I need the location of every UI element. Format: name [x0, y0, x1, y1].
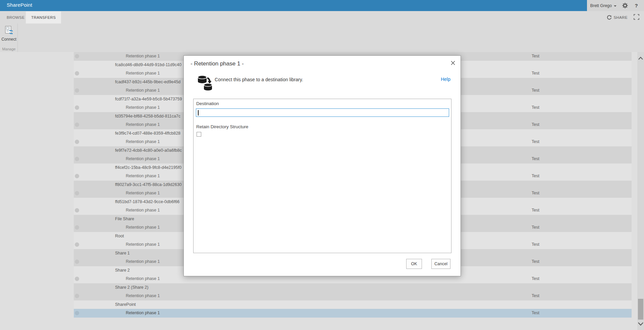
ribbon-content: Connect Manage	[0, 23, 644, 52]
database-transfer-icon	[197, 75, 213, 93]
row-label: SharePoint	[74, 302, 136, 307]
list-row-phase[interactable]: Retention phase 1Test	[74, 309, 632, 318]
retention-phase-dialog: - Retention phase 1 - Connect this phase…	[183, 55, 461, 276]
list-row-phase[interactable]: Retention phase 1Test	[74, 292, 632, 300]
list-row-source[interactable]: SharePoint	[74, 300, 632, 309]
retain-directory-checkbox[interactable]	[197, 132, 201, 137]
row-label: Retention phase 1	[74, 225, 160, 230]
row-label: Share 2	[74, 268, 130, 273]
destination-input-wrap	[196, 108, 449, 117]
row-label: fcadf437-b92c-445b-9bec-ed9e45d	[74, 80, 180, 84]
row-destination-value: Test	[532, 257, 539, 266]
dialog-message: Connect this phase to a destination libr…	[215, 77, 303, 82]
row-label: Retention phase 1	[74, 259, 160, 264]
row-destination-value: Test	[532, 223, 539, 232]
row-destination-value: Test	[532, 69, 539, 78]
phase-bullet-icon	[75, 174, 79, 178]
phase-bullet-icon	[75, 54, 79, 58]
row-destination-value: Test	[532, 275, 539, 283]
destination-panel: Destination Retain Directory Structure	[193, 99, 451, 253]
row-label: fe3f9c74-cd07-488e-8359-4ffcb828	[74, 131, 180, 136]
phase-bullet-icon	[75, 140, 79, 144]
row-label: ffd51bd7-1878-43d2-9cce-0db6f66	[74, 199, 179, 204]
share-sync-icon	[607, 15, 612, 20]
user-name: Brett Grego	[590, 3, 612, 8]
row-label: ff8027a9-3cc1-47f5-88ca-1d9d2630	[74, 182, 182, 187]
close-icon[interactable]	[449, 59, 457, 66]
phase-bullet-icon	[75, 105, 79, 110]
phase-bullet-icon	[75, 311, 79, 315]
row-label: Retention phase 1	[74, 208, 160, 213]
row-label: Retention phase 1	[74, 122, 160, 127]
phase-bullet-icon	[75, 191, 79, 195]
cancel-button[interactable]: Cancel	[431, 259, 450, 269]
tab-transfers[interactable]: TRANSFERS	[26, 11, 61, 23]
help-icon[interactable]: ?	[633, 3, 639, 9]
row-label: fe9f7e72-4cb8-4c80-a0e0-a0a6fb8c	[74, 148, 182, 153]
row-label: Retention phase 1	[74, 105, 160, 110]
phase-bullet-icon	[75, 123, 79, 127]
row-label: Retention phase 1	[74, 54, 160, 58]
phase-bullet-icon	[75, 71, 79, 76]
manage-group: Connect Manage	[0, 23, 18, 52]
connect-button[interactable]: Connect	[0, 26, 18, 45]
ribbon-tab-row: BROWSE TRANSFERS SHARE	[0, 11, 644, 23]
scroll-up-icon[interactable]	[637, 54, 644, 62]
vertical-scrollbar[interactable]	[637, 52, 644, 330]
scroll-down-icon[interactable]	[637, 320, 644, 328]
help-link[interactable]: Help	[441, 77, 450, 82]
phase-bullet-icon	[75, 225, 79, 230]
list-row-source[interactable]: Share 2 (Share 2)	[74, 283, 632, 292]
scrollbar-thumb[interactable]	[638, 299, 643, 320]
phase-bullet-icon	[75, 260, 79, 264]
row-label: Retention phase 1	[74, 293, 160, 298]
destination-label: Destination	[196, 101, 219, 106]
phase-bullet-icon	[75, 88, 79, 93]
ribbon: BROWSE TRANSFERS SHARE	[0, 11, 644, 52]
row-destination-value: Test	[532, 240, 539, 249]
ok-button[interactable]: OK	[406, 259, 422, 269]
focus-mode-icon[interactable]	[634, 14, 639, 21]
row-label: Retention phase 1	[74, 174, 160, 178]
row-destination-value: Test	[532, 155, 539, 163]
destination-input[interactable]	[196, 109, 449, 116]
row-label: ff4cef2c-15ba-48c9-9fc8-d4e2195f0	[74, 165, 181, 170]
phase-bullet-icon	[75, 242, 79, 247]
row-label: Root	[74, 234, 124, 238]
row-destination-value: Test	[532, 103, 539, 112]
dialog-title: - Retention phase 1 -	[191, 60, 244, 67]
retain-directory-label: Retain Directory Structure	[196, 124, 248, 129]
row-label: Retention phase 1	[74, 191, 160, 195]
row-destination-value: Test	[532, 172, 539, 181]
row-destination-value: Test	[532, 52, 539, 61]
phase-bullet-icon	[75, 294, 79, 298]
row-destination-value: Test	[532, 86, 539, 95]
row-destination-value: Test	[532, 206, 539, 215]
text-cursor	[198, 110, 199, 115]
suite-bar: SharePoint Brett Grego ?	[0, 0, 644, 11]
row-label: Share 2 (Share 2)	[74, 285, 148, 290]
phase-bullet-icon	[75, 277, 79, 281]
row-destination-value: Test	[532, 121, 539, 129]
row-label: Retention phase 1	[74, 71, 160, 76]
row-label: Retention phase 1	[74, 88, 160, 93]
row-label: File Share	[74, 217, 134, 221]
connect-label: Connect	[0, 37, 18, 42]
row-label: fcdf71f7-a32a-4e59-b5c8-5b473759	[74, 97, 182, 101]
share-button[interactable]: SHARE	[607, 15, 628, 20]
row-label: Retention phase 1	[74, 242, 160, 247]
user-menu[interactable]: Brett Grego	[590, 3, 616, 8]
phase-bullet-icon	[75, 208, 79, 213]
chevron-down-icon	[614, 5, 616, 7]
gear-icon[interactable]	[622, 3, 628, 9]
row-label: Retention phase 1	[74, 156, 160, 161]
row-destination-value: Test	[532, 189, 539, 198]
connect-icon	[4, 26, 14, 35]
row-destination-value: Test	[532, 138, 539, 146]
row-label: Retention phase 1	[74, 311, 160, 315]
row-label: fd35794e-bf68-4258-b5dd-811ca7c	[74, 114, 180, 119]
row-destination-value: Test	[532, 292, 539, 300]
row-label: Share 1	[74, 251, 130, 255]
sharepoint-app: SharePoint Brett Grego ?	[0, 0, 644, 330]
row-label: Retention phase 1	[74, 139, 160, 144]
